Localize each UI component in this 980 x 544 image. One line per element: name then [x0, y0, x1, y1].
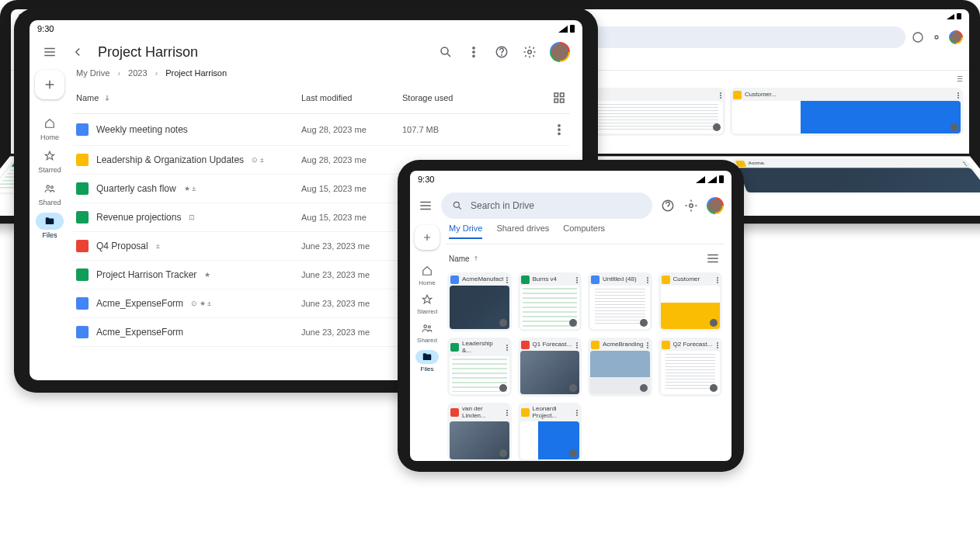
file-card[interactable]: van der Linden... — [447, 403, 512, 461]
search-icon — [452, 200, 463, 211]
settings-icon[interactable] — [930, 31, 943, 43]
file-modified: Aug 28, 2023 me — [301, 155, 402, 165]
new-fab[interactable] — [415, 225, 440, 250]
avatar[interactable] — [707, 197, 724, 214]
card-title: AcmeManufacturi... — [462, 276, 503, 283]
svg-point-20 — [428, 326, 430, 328]
more-icon[interactable] — [717, 277, 719, 283]
pdf-icon — [76, 240, 89, 252]
svg-point-19 — [424, 325, 427, 328]
tab-shared-drives[interactable]: Shared drives — [496, 223, 549, 239]
file-name: Acme_ExpenseForm — [96, 298, 183, 309]
file-card[interactable]: Untitled (48) — [588, 272, 652, 331]
file-card[interactable]: Q2 Forecast... — [659, 338, 723, 397]
back-icon[interactable] — [70, 44, 85, 60]
avatar[interactable] — [949, 30, 963, 44]
more-icon[interactable] — [957, 92, 960, 99]
settings-icon[interactable] — [683, 198, 699, 213]
help-icon[interactable] — [660, 198, 676, 213]
help-icon[interactable] — [912, 31, 924, 43]
card-title: Acme — [747, 161, 963, 166]
file-card[interactable]: Customer — [659, 272, 723, 331]
sort-name[interactable]: Name — [76, 93, 99, 102]
nav-starred[interactable]: Starred — [415, 289, 439, 318]
thumbnail — [738, 168, 980, 192]
menu-icon[interactable] — [418, 198, 433, 213]
file-modified: Aug 15, 2023 me — [301, 213, 402, 222]
svg-point-3 — [473, 55, 474, 57]
file-card[interactable]: AcmeBranding_201... — [588, 338, 652, 397]
shared-icon — [710, 319, 718, 327]
nav-shared[interactable]: Shared — [36, 177, 64, 210]
more-icon[interactable] — [466, 44, 481, 60]
sheet-icon — [521, 275, 530, 284]
nav-files[interactable]: Files — [415, 347, 439, 376]
status-bar: 9:30 — [30, 20, 582, 37]
breadcrumb-item[interactable]: My Drive — [76, 68, 109, 78]
file-name: Quarterly cash flow — [96, 183, 176, 194]
tab-my-drive[interactable]: My Drive — [449, 223, 482, 239]
list-view-icon[interactable]: ☰ — [957, 75, 963, 83]
file-card[interactable]: Leonardi Project... — [518, 403, 582, 461]
col-storage[interactable]: Storage used — [402, 93, 551, 102]
card-title: AcmeBranding_201... — [603, 341, 644, 348]
thumbnail — [520, 286, 580, 329]
tab-computers[interactable]: Computers — [563, 223, 605, 239]
nav-shared[interactable]: Shared — [415, 318, 439, 347]
nav-files[interactable]: Files — [36, 210, 64, 242]
sort-name[interactable]: Name — [449, 255, 479, 263]
file-name: Leadership & Organization Updates — [96, 154, 244, 165]
search-input[interactable]: Search in Drive — [441, 192, 652, 219]
more-icon[interactable] — [647, 342, 649, 348]
nav-home[interactable]: Home — [36, 112, 64, 144]
nav-home[interactable]: Home — [415, 261, 439, 289]
file-card[interactable]: Customer... — [730, 88, 963, 136]
file-row[interactable]: Weekly meeting notes Aug 28, 2023 me107.… — [73, 114, 570, 146]
status-bar: 9:30 — [410, 171, 732, 188]
more-icon[interactable] — [647, 277, 649, 283]
shared-icon — [713, 123, 721, 131]
clock: 9:30 — [418, 175, 434, 184]
more-icon[interactable] — [576, 410, 579, 416]
breadcrumb-item[interactable]: 2023 — [128, 68, 147, 78]
svg-rect-11 — [554, 99, 558, 103]
more-icon[interactable] — [506, 410, 509, 416]
card-title: Burns v4 — [533, 276, 574, 283]
grid-view-icon[interactable] — [551, 90, 567, 106]
col-modified[interactable]: Last modified — [301, 93, 402, 102]
file-card[interactable]: Leadership &... — [447, 338, 512, 397]
avatar[interactable] — [550, 42, 570, 62]
slide-icon — [76, 154, 89, 166]
list-view-icon[interactable] — [705, 251, 721, 266]
tabs: My DriveShared drivesComputers — [446, 223, 724, 244]
file-card[interactable]: Burns v4 — [518, 272, 582, 331]
more-icon[interactable] — [717, 342, 719, 348]
help-icon[interactable] — [494, 44, 509, 60]
card-title: van der Linden... — [462, 406, 503, 420]
shared-icon — [499, 384, 507, 392]
wifi-icon — [558, 26, 568, 33]
more-icon[interactable] — [576, 277, 579, 283]
more-icon[interactable] — [720, 92, 722, 99]
svg-point-14 — [558, 129, 560, 130]
more-icon[interactable] — [962, 161, 968, 166]
search-icon[interactable] — [438, 44, 454, 60]
file-card[interactable]: Q1 Forecast... — [518, 338, 582, 397]
shared-icon — [569, 384, 577, 392]
file-card[interactable]: Acme — [732, 158, 980, 194]
file-card[interactable]: AcmeManufacturi... — [447, 272, 512, 331]
new-fab[interactable] — [35, 70, 64, 99]
thumbnail — [590, 286, 650, 329]
more-icon[interactable] — [506, 277, 509, 283]
more-icon[interactable] — [506, 345, 509, 351]
svg-point-23 — [935, 36, 938, 39]
nav-starred[interactable]: Starred — [36, 144, 64, 177]
svg-point-7 — [47, 185, 50, 189]
doc-icon — [591, 275, 599, 284]
more-icon[interactable] — [576, 342, 579, 348]
svg-rect-10 — [561, 93, 565, 97]
tablet-medium-device: 9:30 Search in Drive HomeStarredSharedFi… — [398, 160, 744, 472]
menu-icon[interactable] — [42, 44, 57, 60]
more-icon[interactable] — [551, 122, 567, 137]
settings-icon[interactable] — [522, 44, 537, 60]
